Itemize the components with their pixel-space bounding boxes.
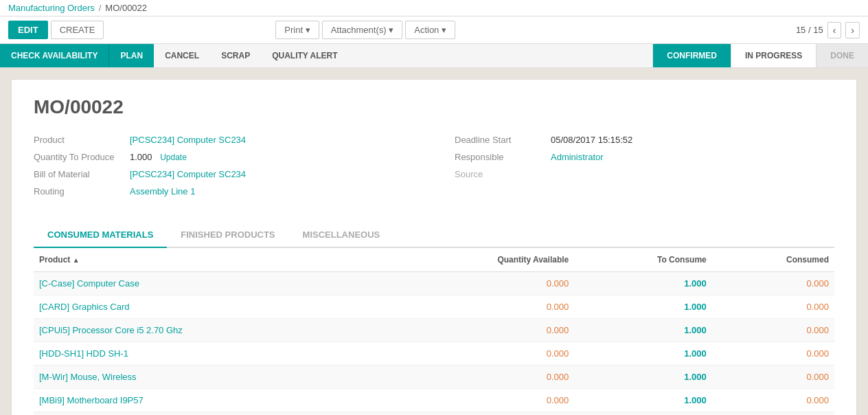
quantity-label: Quantity To Produce	[34, 152, 130, 162]
table-row[interactable]: [CPUi5] Processor Core i5 2.70 Ghz 0.000…	[34, 319, 834, 342]
tabs-header: CONSUMED MATERIALS FINISHED PRODUCTS MIS…	[34, 223, 834, 248]
qty-available-cell: 0.000	[387, 366, 575, 389]
tab-consumed-materials[interactable]: CONSUMED MATERIALS	[34, 223, 167, 248]
col-qty-available: Quantity Available	[387, 248, 575, 272]
update-link[interactable]: Update	[160, 153, 187, 162]
scrap-button[interactable]: SCRAP	[210, 44, 261, 67]
qty-available-cell: 0.000	[387, 319, 575, 342]
qty-available-cell: 0.000	[387, 272, 575, 295]
status-confirmed: CONFIRMED	[652, 44, 731, 67]
bom-label: Bill of Material	[34, 169, 130, 179]
next-page-button[interactable]: ›	[845, 22, 860, 38]
quality-alert-button[interactable]: QUALITY ALERT	[261, 44, 348, 67]
product-label: Product	[34, 135, 130, 145]
product-cell[interactable]: [CPUi5] Processor Core i5 2.70 Ghz	[34, 319, 387, 342]
consumed-cell: 0.000	[712, 342, 834, 366]
to-consume-cell: 1.000	[574, 319, 712, 342]
form-fields: Product [PCSC234] Computer SC234 Quantit…	[34, 135, 834, 203]
routing-label: Routing	[34, 186, 130, 197]
field-deadline: Deadline Start 05/08/2017 15:15:52	[455, 135, 834, 145]
tab-finished-products[interactable]: FINISHED PRODUCTS	[167, 223, 288, 248]
consumed-cell: 0.000	[712, 412, 834, 416]
plan-button[interactable]: PLAN	[109, 44, 154, 67]
table-header-row: Product ▲ Quantity Available To Consume …	[34, 248, 834, 272]
status-done: DONE	[816, 44, 868, 67]
to-consume-cell: 1.000	[574, 272, 712, 295]
field-responsible: Responsible Administrator	[455, 152, 834, 162]
qty-available-cell: 0.000	[387, 389, 575, 412]
bom-value[interactable]: [PCSC234] Computer SC234	[130, 169, 246, 179]
table-body: [C-Case] Computer Case 0.000 1.000 0.000…	[34, 272, 834, 416]
qty-available-cell: 0.000	[387, 295, 575, 319]
table-row[interactable]: [HDD-SH1] HDD SH-1 0.000 1.000 0.000	[34, 342, 834, 366]
table-row[interactable]: [RAM-SR5] RAM SR5 0.000 1.000 0.000	[34, 412, 834, 416]
product-cell[interactable]: [HDD-SH1] HDD SH-1	[34, 342, 387, 366]
tab-miscellaneous[interactable]: MISCELLANEOUS	[289, 223, 394, 248]
sort-icon: ▲	[73, 256, 80, 264]
deadline-label: Deadline Start	[455, 135, 551, 145]
table-row[interactable]: [M-Wir] Mouse, Wireless 0.000 1.000 0.00…	[34, 366, 834, 389]
status-in-progress: IN PROGRESS	[731, 44, 816, 67]
product-cell[interactable]: [CARD] Graphics Card	[34, 295, 387, 319]
to-consume-cell: 1.000	[574, 295, 712, 319]
to-consume-cell: 1.000	[574, 412, 712, 416]
deadline-value: 05/08/2017 15:15:52	[551, 135, 632, 145]
responsible-value[interactable]: Administrator	[551, 152, 604, 162]
consumed-cell: 0.000	[712, 272, 834, 295]
table-row[interactable]: [MBi9] Motherboard I9P57 0.000 1.000 0.0…	[34, 389, 834, 412]
consumed-materials-table: Product ▲ Quantity Available To Consume …	[34, 248, 834, 415]
consumed-cell: 0.000	[712, 319, 834, 342]
table-row[interactable]: [CARD] Graphics Card 0.000 1.000 0.000	[34, 295, 834, 319]
check-availability-button[interactable]: CHECK AVAILABILITY	[0, 44, 109, 67]
product-cell[interactable]: [MBi9] Motherboard I9P57	[34, 389, 387, 412]
col-to-consume: To Consume	[574, 248, 712, 272]
form-card: MO/00022 Product [PCSC234] Computer SC23…	[11, 79, 857, 415]
to-consume-cell: 1.000	[574, 342, 712, 366]
field-routing: Routing Assembly Line 1	[34, 186, 413, 197]
breadcrumb: Manufacturing Orders / MO/00022	[0, 0, 868, 16]
qty-available-cell: 0.000	[387, 342, 575, 366]
qty-available-cell: 0.000	[387, 412, 575, 416]
action-button[interactable]: Action ▾	[405, 21, 455, 39]
consumed-cell: 0.000	[712, 389, 834, 412]
form-left-column: Product [PCSC234] Computer SC234 Quantit…	[34, 135, 413, 203]
edit-button[interactable]: EDIT	[8, 21, 48, 39]
form-title: MO/00022	[34, 96, 834, 118]
cancel-button[interactable]: CANCEL	[154, 44, 210, 67]
main-content: MO/00022 Product [PCSC234] Computer SC23…	[0, 68, 868, 415]
prev-page-button[interactable]: ‹	[827, 22, 842, 38]
field-bom: Bill of Material [PCSC234] Computer SC23…	[34, 169, 413, 179]
breadcrumb-current: MO/00022	[105, 3, 147, 13]
product-value[interactable]: [PCSC234] Computer SC234	[130, 135, 246, 145]
col-consumed: Consumed	[712, 248, 834, 272]
source-label: Source	[455, 169, 551, 179]
product-cell[interactable]: [RAM-SR5] RAM SR5	[34, 412, 387, 416]
table-row[interactable]: [C-Case] Computer Case 0.000 1.000 0.000	[34, 272, 834, 295]
tabs-section: CONSUMED MATERIALS FINISHED PRODUCTS MIS…	[34, 223, 834, 415]
status-bar: CONFIRMED IN PROGRESS DONE	[652, 44, 868, 67]
page-info: 15 / 15	[796, 25, 823, 35]
toolbar: EDIT CREATE Print ▾ Attachment(s) ▾ Acti…	[0, 16, 868, 44]
to-consume-cell: 1.000	[574, 366, 712, 389]
routing-value[interactable]: Assembly Line 1	[130, 186, 195, 197]
field-product: Product [PCSC234] Computer SC234	[34, 135, 413, 145]
action-bar: CHECK AVAILABILITY PLAN CANCEL SCRAP QUA…	[0, 44, 868, 68]
responsible-label: Responsible	[455, 152, 551, 162]
breadcrumb-parent-link[interactable]: Manufacturing Orders	[8, 3, 95, 13]
attachments-button[interactable]: Attachment(s) ▾	[322, 21, 403, 39]
create-button[interactable]: CREATE	[51, 21, 104, 39]
field-source: Source	[455, 169, 834, 179]
print-button[interactable]: Print ▾	[275, 21, 319, 39]
breadcrumb-separator: /	[99, 3, 102, 13]
form-right-column: Deadline Start 05/08/2017 15:15:52 Respo…	[455, 135, 834, 203]
quantity-value: 1.000	[130, 152, 152, 162]
product-cell[interactable]: [M-Wir] Mouse, Wireless	[34, 366, 387, 389]
col-product: Product ▲	[34, 248, 387, 272]
consumed-cell: 0.000	[712, 295, 834, 319]
consumed-cell: 0.000	[712, 366, 834, 389]
field-quantity: Quantity To Produce 1.000 Update	[34, 152, 413, 162]
product-cell[interactable]: [C-Case] Computer Case	[34, 272, 387, 295]
to-consume-cell: 1.000	[574, 389, 712, 412]
